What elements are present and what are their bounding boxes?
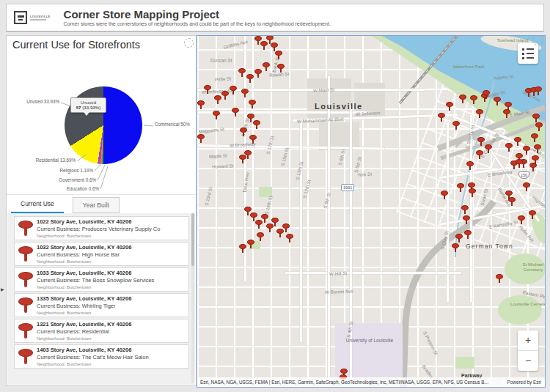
storefront-neighborhood: Neighborhood: Butchertown <box>37 310 186 316</box>
map-pin-icon[interactable] <box>282 223 290 233</box>
map-pin-icon[interactable] <box>286 234 293 243</box>
map-pin-icon[interactable] <box>446 102 453 111</box>
map-pin-icon[interactable] <box>249 135 257 144</box>
map-pin-icon[interactable] <box>441 191 448 200</box>
map-pin-icon[interactable] <box>455 234 463 243</box>
map-pin-icon[interactable] <box>531 133 538 143</box>
map-pin-icon[interactable] <box>452 243 459 253</box>
map-pin-icon[interactable] <box>204 85 211 95</box>
map-pin-icon[interactable] <box>466 161 474 171</box>
pie-slice-label: Government 0.6% <box>12 177 96 182</box>
road-line <box>197 111 370 114</box>
map-pin-icon[interactable] <box>214 95 221 105</box>
map-pin-icon[interactable] <box>523 146 530 155</box>
map-pin-icon[interactable] <box>249 100 256 109</box>
map-pin-icon[interactable] <box>476 109 483 119</box>
storefront-address: 1403 Story Ave, Louisville, KY 40206 <box>37 347 186 354</box>
tab-current-use[interactable]: Current Use <box>11 196 64 213</box>
map-pin-icon[interactable] <box>535 86 542 96</box>
map-pin-icon[interactable] <box>476 150 483 160</box>
map-pin-icon[interactable] <box>438 113 445 122</box>
map-pin-icon[interactable] <box>534 144 541 154</box>
map-pin-icon[interactable] <box>241 89 249 98</box>
map-pin-icon[interactable] <box>240 127 247 137</box>
map-pin-icon[interactable] <box>271 218 279 227</box>
map-pin-icon[interactable] <box>197 100 205 110</box>
map-pin-icon[interactable] <box>253 120 260 130</box>
scrollbar-thumb[interactable] <box>191 213 194 266</box>
legend-button[interactable] <box>518 43 538 64</box>
logo-text-label: LOUISVILLE <box>30 15 51 18</box>
map-pin-icon[interactable] <box>503 109 510 119</box>
page-title: Corner Store Mapping Project <box>64 8 331 21</box>
tab-year-built[interactable]: Year Built <box>73 197 120 213</box>
map-pin-icon[interactable] <box>469 188 476 198</box>
map-pin-icon[interactable] <box>470 95 477 105</box>
page-subtitle: Corner stores were the cornerstones of n… <box>64 21 331 27</box>
map-pin-icon[interactable] <box>483 90 490 100</box>
zoom-out-button[interactable]: − <box>518 351 538 371</box>
map-pin-icon[interactable] <box>263 62 270 72</box>
louisville-logo-icon <box>14 11 27 24</box>
map-pin-icon <box>18 349 33 366</box>
storefront-list-item[interactable]: 1022 Story Ave, Louisville, KY 40206Curr… <box>14 216 189 240</box>
storefront-address: 1032 Story Ave, Louisville, KY 40206 <box>37 244 186 251</box>
map-pin-icon[interactable] <box>277 64 285 73</box>
storefront-address: 1033 Story Ave, Louisville, KY 40206 <box>37 270 186 277</box>
storefront-list-item[interactable]: 1033 Story Ave, Louisville, KY 40206Curr… <box>14 267 189 292</box>
map-pin-icon[interactable] <box>247 240 254 249</box>
map-pin-icon[interactable] <box>508 197 516 207</box>
storefront-business: Current Business: High Horse Bar <box>37 251 186 259</box>
map-pin-icon[interactable] <box>518 215 525 225</box>
map-pin-icon[interactable] <box>496 274 503 284</box>
map-pin-icon[interactable] <box>197 134 205 144</box>
header: LOUISVILLE Corner Store Mapping Project … <box>6 4 544 32</box>
list-scrollbar[interactable] <box>191 213 194 383</box>
pie-slice-label: Commerical 50% <box>155 122 196 127</box>
map-pin-icon[interactable] <box>221 91 229 100</box>
map-pin-icon[interactable] <box>514 137 521 147</box>
pie-slice-label: Education 0.6% <box>12 186 99 191</box>
map-pin-icon[interactable] <box>529 163 537 172</box>
map-pin-icon[interactable] <box>459 95 466 104</box>
storefront-list-item[interactable]: 1321 Story Ave, Louisville, KY 40206Curr… <box>14 319 189 343</box>
map-pin-icon[interactable] <box>494 97 501 106</box>
pie-slice-label: Religious 1.19% <box>12 168 93 173</box>
map-pin-icon[interactable] <box>535 122 543 132</box>
map-pin-icon[interactable] <box>485 144 492 154</box>
map-pin-icon[interactable] <box>257 232 264 242</box>
map-pin-icon[interactable] <box>230 86 237 95</box>
tooltip-pointer <box>84 112 89 116</box>
map-pin-icon[interactable] <box>275 51 282 60</box>
map-pin-icon[interactable] <box>239 244 246 254</box>
map[interactable]: Towhead IslandWaterfront ParkLouisvilleD… <box>197 35 546 388</box>
zoom-control: + − <box>518 330 538 371</box>
map-pin-icon[interactable] <box>232 108 239 117</box>
map-pin-icon[interactable] <box>238 68 246 78</box>
loading-spinner-icon <box>184 38 194 48</box>
storefront-list-item[interactable]: 1403 Story Ave, Louisville, KY 40206Curr… <box>14 344 189 369</box>
map-pin-icon[interactable] <box>261 214 268 223</box>
powered-by-esri[interactable]: Powered by Esri <box>503 380 545 385</box>
map-pin-icon[interactable] <box>463 215 470 225</box>
map-pin-icon[interactable] <box>505 143 513 152</box>
panel-collapse-handle[interactable]: ▶ <box>1 286 4 293</box>
map-pin-icon[interactable] <box>239 155 246 164</box>
map-pin-icon[interactable] <box>246 74 254 84</box>
storefront-list-item[interactable]: 1335 Story Ave, Louisville, KY 40206Curr… <box>14 293 189 317</box>
map-pin-icon[interactable] <box>461 205 469 215</box>
map-pin-icon[interactable] <box>477 137 485 147</box>
storefront-list-item[interactable]: 1032 Story Ave, Louisville, KY 40206Curr… <box>14 242 189 266</box>
map-pin-icon[interactable] <box>457 183 464 193</box>
map-pin-icon[interactable] <box>452 121 460 130</box>
map-pin-icon[interactable] <box>464 230 472 240</box>
road-line <box>447 122 449 302</box>
zoom-in-button[interactable]: + <box>518 330 538 351</box>
map-pin-icon[interactable] <box>254 69 262 78</box>
map-pin-icon[interactable] <box>529 210 536 220</box>
storefront-neighborhood: Neighborhood: Butchertown <box>37 284 186 290</box>
attribution-bar: Esri, NASA, NGA, USGS, FEMA | Esri, HERE… <box>197 377 545 387</box>
map-pin-icon[interactable] <box>523 182 530 192</box>
map-pin-icon[interactable] <box>213 111 220 120</box>
map-pin-icon[interactable] <box>516 159 523 169</box>
